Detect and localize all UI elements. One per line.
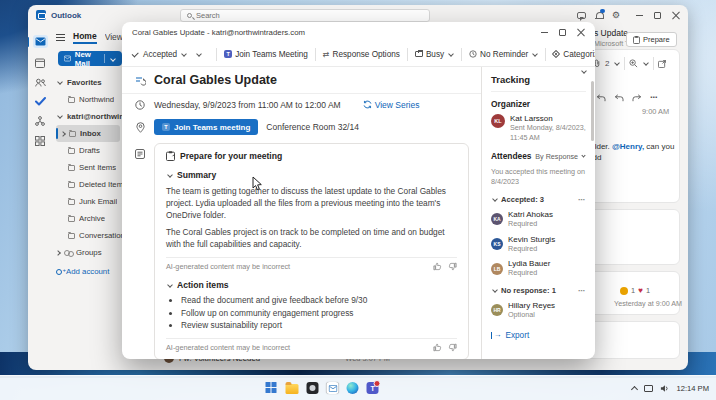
rail-todo-icon[interactable] <box>35 97 46 106</box>
response-options-button[interactable]: Response Options <box>323 50 400 59</box>
summary-paragraph: The team is getting together to discuss … <box>166 185 457 221</box>
favorite-folder-northwind[interactable]: Northwind <box>56 91 122 108</box>
view-series-link[interactable]: View Series <box>363 100 420 110</box>
open-in-new-icon[interactable] <box>658 60 666 68</box>
rail-mail-icon[interactable] <box>33 35 48 48</box>
rail-org-icon[interactable] <box>35 116 45 126</box>
minimize-icon[interactable] <box>636 15 643 16</box>
new-mail-button[interactable]: New Mail <box>58 51 122 66</box>
meeting-details: Coral Gables Update Wednesday, 9/9/2023 … <box>122 67 481 359</box>
email-time: 9:00 AM <box>642 107 669 116</box>
organizer-row[interactable]: KL Kat Larsson Sent Monday, 8/4/2023, 11… <box>491 114 586 142</box>
prepare-header: Prepare for your meeting <box>180 151 282 161</box>
thumbs-down-icon[interactable] <box>448 343 457 352</box>
rail-calendar-icon[interactable] <box>35 58 45 68</box>
mention-henry[interactable]: @Henry, <box>612 142 644 151</box>
avatar: KL <box>491 114 505 128</box>
email-card-2 <box>580 209 680 265</box>
rail-apps-icon[interactable] <box>35 136 45 146</box>
tracking-scrollbar[interactable] <box>591 81 594 141</box>
group-more-icon[interactable] <box>578 195 586 204</box>
sidebar-item-inbox[interactable]: Inbox <box>56 125 120 142</box>
action-items-section-toggle[interactable]: Action items <box>166 280 457 290</box>
minimize-icon[interactable] <box>541 32 548 33</box>
attendee-row[interactable]: KS Kevin SturgisRequired <box>491 235 586 254</box>
group-no-response-toggle[interactable]: No response: 1 <box>491 286 586 295</box>
clock-icon <box>134 100 146 110</box>
categorize-icon <box>552 50 560 58</box>
notifications-icon[interactable] <box>595 11 603 20</box>
sidebar-item-deleted[interactable]: Deleted Items <box>56 176 122 193</box>
volume-icon[interactable] <box>660 384 669 393</box>
attendee-row[interactable]: HR Hillary ReyesOptional <box>491 301 586 320</box>
window-title: Coral Gables Update - katri@northwintrad… <box>132 28 305 37</box>
reaction-time: Yesterday at 9:00 AM <box>614 299 682 308</box>
categorize-button[interactable]: Categorize <box>553 50 595 59</box>
attachment-row[interactable]: 2 <box>594 57 666 70</box>
export-link[interactable]: Export <box>491 331 529 340</box>
settings-icon[interactable] <box>612 11 620 20</box>
file-explorer-icon[interactable] <box>286 384 299 394</box>
tab-view[interactable]: View <box>105 32 122 42</box>
reply-icon[interactable] <box>596 94 606 102</box>
add-account-button[interactable]: Add account <box>56 267 122 276</box>
sidebar-item-archive[interactable]: Archive <box>56 210 122 227</box>
new-mail-dropdown-icon[interactable] <box>110 56 116 62</box>
notes-icon <box>134 143 146 159</box>
reminder-button[interactable]: No Reminder <box>469 50 538 59</box>
thumbs-up-icon[interactable] <box>433 343 442 352</box>
close-icon[interactable] <box>672 11 680 19</box>
join-teams-meeting-button[interactable]: TJoin Teams Meeting <box>224 50 308 59</box>
network-icon[interactable] <box>644 385 653 392</box>
more-actions-icon[interactable] <box>650 93 659 102</box>
folder-icon <box>68 97 75 103</box>
sidebar-item-junk[interactable]: Junk Email <box>56 193 122 210</box>
start-button-icon[interactable] <box>266 382 278 394</box>
thumbs-down-icon[interactable] <box>448 262 457 271</box>
conversation-icon <box>68 233 75 239</box>
sidebar-item-sent[interactable]: Sent Items <box>56 159 122 176</box>
accepted-button[interactable]: Accepted <box>132 50 187 59</box>
summary-section-toggle[interactable]: Summary <box>166 170 457 180</box>
sidebar-item-conversation-history[interactable]: Conversation History <box>56 227 122 244</box>
chat-icon[interactable] <box>577 12 586 19</box>
rail-people-icon[interactable] <box>35 78 46 87</box>
sidebar-item-groups[interactable]: Groups <box>56 244 122 261</box>
favorites-header[interactable]: Favorites <box>56 74 122 91</box>
zoom-icon[interactable] <box>629 59 638 68</box>
tray-expand-icon[interactable] <box>631 385 638 392</box>
sidebar-item-drafts[interactable]: Drafts <box>56 142 122 159</box>
maximize-icon[interactable] <box>559 29 566 36</box>
thumbs-up-icon[interactable] <box>433 262 442 271</box>
taskbar-clock[interactable]: 12:14 PM <box>676 384 709 393</box>
account-header[interactable]: katri@northwindtraders.com <box>56 108 122 125</box>
forward-icon[interactable] <box>632 94 642 102</box>
teams-taskbar-icon[interactable]: T <box>367 382 379 394</box>
search-input[interactable] <box>196 11 396 20</box>
prepare-button[interactable]: Prepare <box>626 32 677 47</box>
join-teams-meeting-cta[interactable]: T Join Teams meeting <box>154 119 258 135</box>
busy-status-button[interactable]: Busy <box>415 50 454 59</box>
search-box[interactable] <box>180 9 430 22</box>
tab-home[interactable]: Home <box>73 31 97 44</box>
reactions-row[interactable]: 1 1 <box>620 286 650 295</box>
expand-icon[interactable] <box>60 131 66 137</box>
sent-icon <box>68 165 75 171</box>
reply-all-icon[interactable] <box>614 94 624 102</box>
attendee-row[interactable]: KA Katri AhokasRequired <box>491 210 586 229</box>
outlook-app-name: Outlook <box>51 11 81 20</box>
camera-app-icon[interactable] <box>307 382 319 394</box>
expand-icon[interactable] <box>55 250 61 256</box>
edge-browser-icon[interactable] <box>347 382 359 394</box>
close-icon[interactable] <box>577 28 585 36</box>
attendee-row[interactable]: LB Lydia BauerRequired <box>491 259 586 278</box>
maximize-icon[interactable] <box>654 12 661 19</box>
sort-by-response-dropdown[interactable]: By Response <box>535 152 586 161</box>
outlook-taskbar-icon[interactable] <box>327 382 339 394</box>
app-rail <box>28 27 52 370</box>
group-accepted-toggle[interactable]: Accepted: 3 <box>491 195 586 204</box>
avatar: LB <box>491 263 503 275</box>
action-items-list: Read the document and give feedback befo… <box>181 294 457 331</box>
nav-toggle-icon[interactable] <box>56 34 65 41</box>
group-more-icon[interactable] <box>578 286 586 295</box>
